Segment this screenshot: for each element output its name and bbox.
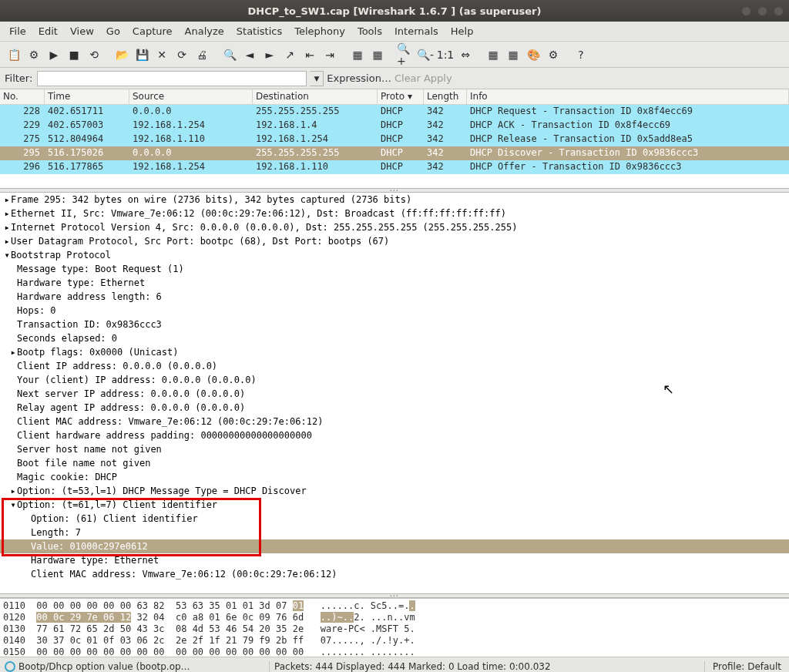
menu-tools[interactable]: Tools — [351, 25, 388, 37]
col-time[interactable]: Time — [45, 89, 129, 104]
tree-hwtype[interactable]: Hardware type: Ethernet — [0, 276, 789, 290]
packet-row[interactable]: 295516.1750260.0.0.0255.255.255.255DHCP3… — [0, 146, 789, 160]
col-destination[interactable]: Destination — [253, 89, 378, 104]
open-icon[interactable]: 📂 — [112, 45, 131, 64]
tree-cip[interactable]: Client IP address: 0.0.0.0 (0.0.0.0) — [0, 359, 789, 373]
packet-list-header[interactable]: No. Time Source Destination Proto ▾ Leng… — [0, 89, 789, 105]
menu-go[interactable]: Go — [100, 25, 126, 37]
menu-statistics[interactable]: Statistics — [230, 25, 288, 37]
start-capture-icon[interactable]: ▶ — [45, 45, 63, 64]
status-field: Bootp/Dhcp option value (bootp.op… — [18, 661, 190, 672]
tree-ip[interactable]: ▸Internet Protocol Version 4, Src: 0.0.0… — [0, 220, 789, 234]
filter-dropdown-icon[interactable]: ▼ — [310, 71, 324, 86]
packet-list-pane[interactable]: No. Time Source Destination Proto ▾ Leng… — [0, 89, 789, 188]
go-first-icon[interactable]: ⇤ — [300, 45, 319, 64]
interfaces-icon[interactable]: 📋 — [5, 45, 23, 64]
go-last-icon[interactable]: ⇥ — [321, 45, 339, 64]
maximize-icon[interactable] — [758, 7, 767, 15]
expert-info-icon[interactable] — [5, 661, 15, 672]
preferences-icon[interactable]: ⚙ — [544, 45, 562, 64]
menu-file[interactable]: File — [3, 25, 32, 37]
tree-opt61[interactable]: ▾Option: (t=61,l=7) Client identifier — [0, 498, 789, 512]
menu-view[interactable]: View — [64, 25, 100, 37]
menu-capture[interactable]: Capture — [126, 25, 179, 37]
expression-button[interactable]: Expression… — [327, 72, 391, 84]
menu-internals[interactable]: Internals — [388, 25, 445, 37]
reload-icon[interactable]: ⟳ — [173, 45, 191, 64]
window-title: DHCP_to_SW1.cap [Wireshark 1.6.7 ] (as s… — [248, 5, 542, 17]
zoom-in-icon[interactable]: 🔍+ — [396, 45, 415, 64]
tree-bootp[interactable]: ▾Bootstrap Protocol — [0, 248, 789, 262]
auto-scroll-icon[interactable]: ▦ — [368, 45, 387, 64]
tree-opt61-length[interactable]: Length: 7 — [0, 526, 789, 539]
apply-button[interactable]: Apply — [424, 72, 452, 84]
packet-row[interactable]: 229402.657003192.168.1.254192.168.1.4DHC… — [0, 119, 789, 133]
go-back-icon[interactable]: ◄ — [240, 45, 259, 64]
tree-msgtype[interactable]: Message type: Boot Request (1) — [0, 262, 789, 276]
tree-ethernet[interactable]: ▸Ethernet II, Src: Vmware_7e:06:12 (00:0… — [0, 207, 789, 220]
tree-cookie[interactable]: Magic cookie: DHCP — [0, 470, 789, 484]
status-profile[interactable]: Profile: Default — [705, 661, 789, 672]
minimize-icon[interactable] — [742, 7, 750, 15]
tree-secs[interactable]: Seconds elapsed: 0 — [0, 331, 789, 345]
tree-yip[interactable]: Your (client) IP address: 0.0.0.0 (0.0.0… — [0, 373, 789, 387]
tree-pad[interactable]: Client hardware address padding: 0000000… — [0, 428, 789, 442]
capture-filters-icon[interactable]: ▦ — [484, 45, 502, 64]
tree-bfn[interactable]: Boot file name not given — [0, 456, 789, 470]
tree-tid[interactable]: Transaction ID: 0x9836ccc3 — [0, 318, 789, 331]
col-info[interactable]: Info — [467, 89, 789, 104]
options-icon[interactable]: ⚙ — [25, 45, 43, 64]
close-file-icon[interactable]: ✕ — [153, 45, 171, 64]
tree-flags[interactable]: ▸Bootp flags: 0x0000 (Unicast) — [0, 345, 789, 359]
menu-telephony[interactable]: Telephony — [288, 25, 351, 37]
stop-capture-icon[interactable]: ■ — [65, 45, 83, 64]
tree-rip[interactable]: Relay agent IP address: 0.0.0.0 (0.0.0.0… — [0, 401, 789, 415]
go-to-icon[interactable]: ↗ — [280, 45, 299, 64]
menubar: File Edit View Go Capture Analyze Statis… — [0, 22, 789, 42]
save-icon[interactable]: 💾 — [133, 45, 151, 64]
tree-hops[interactable]: Hops: 0 — [0, 304, 789, 318]
menu-analyze[interactable]: Analyze — [179, 25, 230, 37]
menu-help[interactable]: Help — [445, 25, 480, 37]
packet-details-pane[interactable]: ▸Frame 295: 342 bytes on wire (2736 bits… — [0, 193, 789, 593]
packet-row[interactable]: 228402.6517110.0.0.0255.255.255.255DHCP3… — [0, 105, 789, 119]
tree-opt61-hwtype[interactable]: Hardware type: Ethernet — [0, 553, 789, 567]
menu-edit[interactable]: Edit — [32, 25, 64, 37]
status-packets: Packets: 444 Displayed: 444 Marked: 0 Lo… — [270, 661, 705, 672]
resize-columns-icon[interactable]: ⇔ — [456, 45, 475, 64]
statusbar: Bootp/Dhcp option value (bootp.op… Packe… — [0, 657, 789, 672]
find-icon[interactable]: 🔍 — [220, 45, 239, 64]
tree-opt61-value[interactable]: Value: 01000c297e0612 — [0, 539, 789, 553]
tree-udp[interactable]: ▸User Datagram Protocol, Src Port: bootp… — [0, 234, 789, 248]
tree-frame[interactable]: ▸Frame 295: 342 bytes on wire (2736 bits… — [0, 193, 789, 207]
filter-toolbar: Filter: ▼ Expression… Clear Apply — [0, 68, 789, 89]
zoom-reset-icon[interactable]: 1:1 — [436, 45, 455, 64]
coloring-rules-icon[interactable]: 🎨 — [524, 45, 542, 64]
col-length[interactable]: Length — [424, 89, 467, 104]
col-source[interactable]: Source — [129, 89, 253, 104]
colorize-icon[interactable]: ▦ — [348, 45, 367, 64]
clear-button[interactable]: Clear — [394, 72, 421, 84]
tree-nip[interactable]: Next server IP address: 0.0.0.0 (0.0.0.0… — [0, 387, 789, 401]
tree-cmac[interactable]: Client MAC address: Vmware_7e:06:12 (00:… — [0, 415, 789, 428]
filter-input[interactable] — [37, 71, 307, 86]
tree-hwlen[interactable]: Hardware address length: 6 — [0, 290, 789, 304]
col-no[interactable]: No. — [0, 89, 45, 104]
tree-shn[interactable]: Server host name not given — [0, 442, 789, 456]
window-controls — [742, 7, 783, 15]
restart-capture-icon[interactable]: ⟲ — [85, 45, 103, 64]
packet-row[interactable]: 275512.804964192.168.1.110192.168.1.254D… — [0, 133, 789, 146]
tree-opt61-mac[interactable]: Client MAC address: Vmware_7e:06:12 (00:… — [0, 567, 789, 581]
zoom-out-icon[interactable]: 🔍- — [416, 45, 435, 64]
display-filters-icon[interactable]: ▦ — [504, 45, 522, 64]
close-icon[interactable] — [774, 7, 783, 15]
tree-opt53[interactable]: ▸Option: (t=53,l=1) DHCP Message Type = … — [0, 484, 789, 498]
tree-opt61-option[interactable]: Option: (61) Client identifier — [0, 512, 789, 526]
go-forward-icon[interactable]: ► — [260, 45, 279, 64]
help-icon[interactable]: ? — [572, 45, 590, 64]
packet-row[interactable]: 296516.177865192.168.1.254192.168.1.110D… — [0, 160, 789, 174]
col-protocol[interactable]: Proto ▾ — [378, 89, 424, 104]
print-icon[interactable]: 🖨 — [193, 45, 211, 64]
hex-dump-pane[interactable]: 0110 00 00 00 00 00 00 63 82 53 63 35 01… — [0, 598, 789, 657]
titlebar: DHCP_to_SW1.cap [Wireshark 1.6.7 ] (as s… — [0, 0, 789, 22]
